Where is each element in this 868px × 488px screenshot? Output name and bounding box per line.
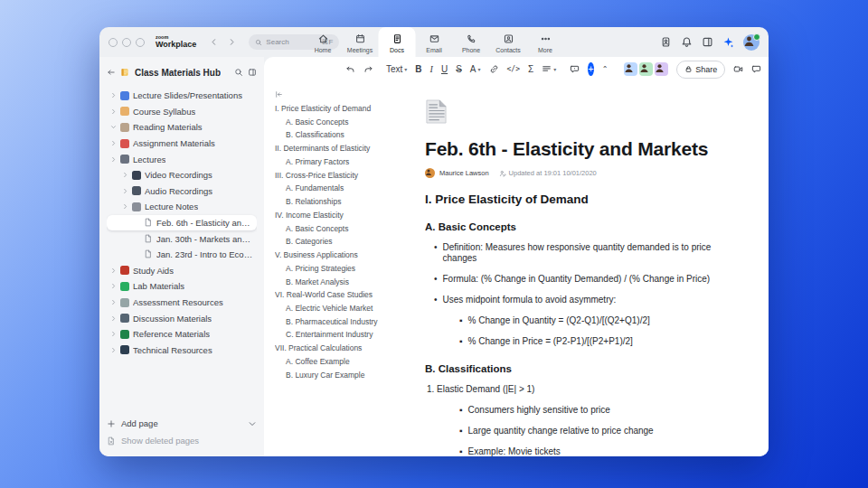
- outline-item[interactable]: C. Entertainment Industry: [275, 331, 412, 339]
- tab-meetings[interactable]: Meetings: [342, 27, 379, 57]
- outline-item[interactable]: V. Business Applications: [275, 251, 412, 259]
- doc-subheading[interactable]: A. Basic Concepts: [425, 221, 722, 232]
- collapse-toolbar-icon[interactable]: ⌃: [602, 65, 609, 73]
- doc-bullet-item[interactable]: •Definition: Measures how responsive qua…: [425, 242, 722, 265]
- doc-bullet-item[interactable]: ▪% Change in Price = (P2-P1)/[(P2+P1)/2]: [425, 336, 722, 348]
- doc-heading[interactable]: I. Price Elasticity of Demand: [425, 192, 722, 206]
- sidebar-folder-item[interactable]: Lecture Slides/Presentations: [107, 88, 257, 104]
- chevron-right-icon[interactable]: [122, 203, 128, 210]
- notifications-bell-icon[interactable]: [681, 36, 693, 48]
- tab-docs[interactable]: Docs: [379, 27, 416, 57]
- sidebar-page-item[interactable]: Jan. 23rd - Intro to Econo...: [107, 247, 257, 263]
- add-page-menu-icon[interactable]: [248, 419, 257, 428]
- chat-icon[interactable]: [751, 64, 761, 74]
- outline-item[interactable]: B. Classifications: [275, 131, 412, 139]
- sidebar-page-item[interactable]: Feb. 6th - Elasticity and M...: [107, 215, 257, 231]
- chevron-right-icon[interactable]: [110, 267, 117, 274]
- insert-link-icon[interactable]: [489, 64, 499, 74]
- chevron-right-icon[interactable]: [110, 331, 117, 337]
- tab-home[interactable]: Home: [305, 27, 342, 57]
- outline-item[interactable]: A. Coffee Example: [275, 358, 412, 366]
- outline-item[interactable]: VI. Real-World Case Studies: [275, 291, 412, 299]
- alignment-dropdown[interactable]: ▾: [542, 64, 556, 74]
- window-minimize-button[interactable]: [122, 38, 131, 47]
- sidebar-folder-item[interactable]: Assessment Resources: [107, 295, 257, 311]
- user-avatar[interactable]: [743, 34, 760, 51]
- equation-button[interactable]: Σ: [528, 64, 533, 74]
- doc-bullet-item[interactable]: •Uses midpoint formula to avoid asymmetr…: [425, 295, 722, 306]
- sidebar-folder-item[interactable]: Audio Recordings: [107, 183, 257, 200]
- code-block-button[interactable]: </>: [507, 65, 520, 73]
- chevron-right-icon[interactable]: [110, 140, 117, 146]
- sidebar-back-icon[interactable]: [107, 68, 116, 77]
- outline-item[interactable]: A. Fundamentals: [275, 184, 412, 192]
- outline-item[interactable]: A. Electric Vehicle Market: [275, 305, 412, 313]
- window-controls[interactable]: [108, 38, 145, 47]
- outline-item[interactable]: A. Basic Concepts: [275, 118, 412, 127]
- chevron-right-icon[interactable]: [122, 188, 128, 194]
- redo-button[interactable]: [363, 64, 373, 74]
- chevron-right-icon[interactable]: [110, 315, 117, 322]
- ai-companion-icon[interactable]: [722, 36, 734, 48]
- outline-item[interactable]: B. Market Analysis: [275, 278, 412, 286]
- tab-phone[interactable]: Phone: [453, 27, 490, 57]
- sidebar-page-item[interactable]: Jan. 30th - Markets and P...: [107, 230, 257, 247]
- document-canvas[interactable]: Feb. 6th - Elasticity and Markets Mauric…: [416, 81, 769, 456]
- sidebar-folder-item[interactable]: Technical Resources: [107, 343, 257, 359]
- side-panel-toggle-icon[interactable]: [702, 36, 713, 48]
- sidebar-folder-item[interactable]: Video Recordings: [107, 167, 257, 183]
- add-page-button[interactable]: Add page: [107, 415, 257, 432]
- outline-item[interactable]: B. Relationships: [275, 198, 412, 206]
- comment-icon[interactable]: [570, 64, 580, 74]
- sidebar-folder-item[interactable]: Reading Materials: [107, 119, 257, 136]
- doc-bullet-item[interactable]: ▪Large quantity change relative to price…: [425, 426, 722, 437]
- outline-item[interactable]: A. Basic Concepts: [275, 225, 412, 233]
- collaborator-avatar[interactable]: [624, 62, 637, 76]
- sidebar-collapse-icon[interactable]: [248, 68, 257, 77]
- italic-button[interactable]: I: [430, 64, 433, 74]
- outline-item[interactable]: VII. Practical Calculations: [275, 344, 412, 352]
- sidebar-folder-item[interactable]: Course Syllabus: [107, 104, 257, 120]
- doc-bullet-item[interactable]: ▪Consumers highly sensitive to price: [425, 405, 722, 417]
- outline-item[interactable]: A. Pricing Strategies: [275, 265, 412, 273]
- chevron-down-icon[interactable]: [110, 124, 117, 130]
- sidebar-search-icon[interactable]: [234, 68, 243, 77]
- doc-bullet-item[interactable]: ▪Example: Movie tickets: [425, 446, 722, 456]
- tab-contacts[interactable]: Contacts: [490, 27, 527, 57]
- outline-item[interactable]: B. Categories: [275, 238, 412, 246]
- sidebar-folder-item[interactable]: Lectures: [107, 151, 257, 167]
- outline-collapse-icon[interactable]: [275, 90, 283, 99]
- chevron-right-icon[interactable]: [110, 92, 117, 99]
- sidebar-folder-item[interactable]: Assignment Materials: [107, 136, 257, 152]
- chevron-right-icon[interactable]: [110, 347, 117, 353]
- undo-button[interactable]: [345, 64, 355, 74]
- nav-back-button[interactable]: [207, 36, 220, 49]
- window-close-button[interactable]: [108, 38, 118, 47]
- chevron-right-icon[interactable]: [110, 299, 117, 305]
- outline-item[interactable]: IV. Income Elasticity: [275, 211, 412, 220]
- underline-button[interactable]: U: [441, 64, 448, 74]
- outline-item[interactable]: II. Determinants of Elasticity: [275, 145, 412, 153]
- bold-button[interactable]: B: [415, 64, 421, 74]
- outline-item[interactable]: A. Primary Factors: [275, 158, 412, 166]
- sidebar-folder-item[interactable]: Study Aids: [107, 263, 257, 279]
- tab-more[interactable]: More: [527, 27, 564, 57]
- collaborator-avatar[interactable]: [639, 62, 653, 76]
- outline-item[interactable]: B. Luxury Car Example: [275, 371, 412, 380]
- document-title[interactable]: Feb. 6th - Elasticity and Markets: [425, 138, 722, 160]
- tab-email[interactable]: Email: [416, 27, 453, 57]
- show-deleted-pages-button[interactable]: Show deleted pages: [107, 432, 257, 449]
- sidebar-folder-item[interactable]: Lecture Notes: [107, 199, 257, 215]
- doc-numbered-item[interactable]: 1. Elastic Demand (|E| > 1): [425, 384, 722, 396]
- sidebar-folder-item[interactable]: Lab Materials: [107, 278, 257, 295]
- strikethrough-button[interactable]: S: [456, 64, 462, 74]
- outline-item[interactable]: B. Pharmaceutical Industry: [275, 318, 412, 326]
- share-button[interactable]: Share: [676, 61, 725, 79]
- sidebar-folder-item[interactable]: Reference Materials: [107, 326, 257, 343]
- text-style-dropdown[interactable]: Text▾: [386, 64, 407, 74]
- chevron-right-icon[interactable]: [122, 172, 128, 178]
- text-color-dropdown[interactable]: A▾: [470, 64, 481, 74]
- chevron-right-icon[interactable]: [110, 283, 117, 289]
- doc-bullet-item[interactable]: •Formula: (% Change in Quantity Demanded…: [425, 274, 722, 286]
- sidebar-folder-item[interactable]: Discussion Materials: [107, 310, 257, 326]
